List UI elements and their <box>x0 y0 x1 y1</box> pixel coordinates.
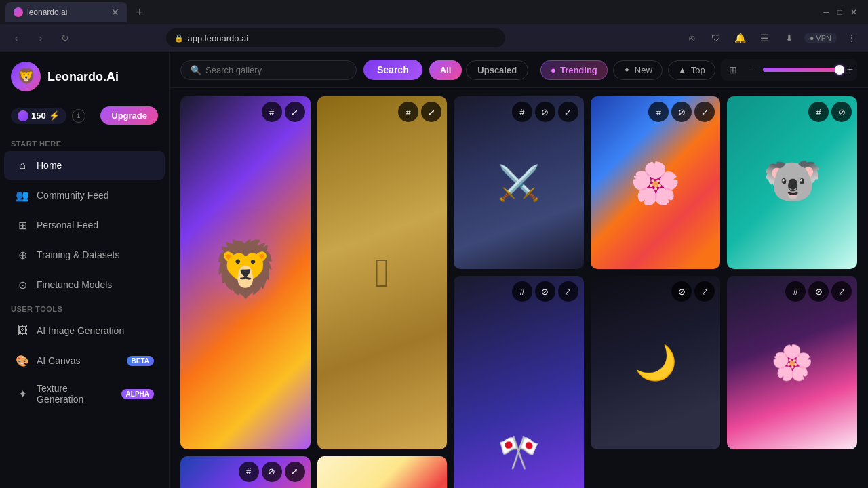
lock-icon: 🔒 <box>174 34 184 43</box>
browser-chrome: leonardo.ai ✕ + ─□✕ ‹ › ↻ 🔒 app.leonardo… <box>0 0 868 52</box>
sidebar-item-ai-image[interactable]: 🖼 AI Image Generation <box>4 317 165 345</box>
app-container: Leonardo.Ai 150 ⚡ ℹ Upgrade Start Here ⌂… <box>0 52 868 488</box>
remix-btn[interactable]: # <box>648 102 669 122</box>
remix-btn[interactable]: # <box>262 102 282 122</box>
active-tab[interactable]: leonardo.ai ✕ <box>5 2 127 22</box>
sidebar-toggle[interactable]: ☰ <box>755 28 774 47</box>
sidebar-item-ai-canvas[interactable]: 🎨 AI Canvas BETA <box>4 346 165 375</box>
token-number: 150 <box>31 110 46 121</box>
token-info-btn[interactable]: ℹ <box>72 109 85 123</box>
home-icon: ⌂ <box>15 158 30 173</box>
top-button[interactable]: ▲ Top <box>668 60 715 80</box>
filter-upscaled-btn[interactable]: Upscaled <box>466 60 528 80</box>
remix-btn[interactable]: # <box>785 281 806 302</box>
finetuned-icon: ⊙ <box>15 277 30 292</box>
training-icon: ⊕ <box>15 247 30 262</box>
gallery-item-koala[interactable]: # ⊘ <box>727 96 857 269</box>
grid-view-btn[interactable]: ⊞ <box>725 62 741 78</box>
search-button[interactable]: Search <box>363 60 422 80</box>
share-btn[interactable]: ⎋ <box>682 28 701 47</box>
logo-avatar <box>11 62 41 92</box>
edit-btn[interactable]: ⊘ <box>535 281 555 302</box>
tab-favicon <box>14 7 23 17</box>
main-content: 🔍 Search All Upscaled ● Trending ✦ New ▲ <box>170 52 868 488</box>
gallery-overlay: # ⤢ <box>262 102 305 122</box>
gallery-overlay: # ⤢ <box>398 102 441 122</box>
gallery-item-pink-girl[interactable]: # ⊘ ⤢ <box>727 276 857 449</box>
expand-btn[interactable]: ⤢ <box>694 281 715 302</box>
remix-btn[interactable]: # <box>808 102 829 122</box>
new-button[interactable]: ✦ New <box>613 60 663 80</box>
expand-btn[interactable]: ⤢ <box>285 462 305 482</box>
community-feed-label: Community Feed <box>37 190 109 201</box>
expand-btn[interactable]: ⤢ <box>831 281 852 302</box>
back-btn[interactable]: ‹ <box>7 28 26 47</box>
finetuned-label: Finetuned Models <box>37 279 112 290</box>
gallery-item-floral-pattern[interactable] <box>317 456 448 488</box>
edit-btn[interactable]: ⊘ <box>831 102 852 122</box>
gallery-scroll[interactable]: # ⤢ # ⤢ # ⊘ <box>170 88 868 488</box>
expand-btn[interactable]: ⤢ <box>421 102 441 122</box>
trending-button[interactable]: ● Trending <box>540 60 608 80</box>
sidebar-home-label: Home <box>37 160 62 171</box>
top-label: Top <box>691 65 705 75</box>
gallery-item-lion[interactable]: # ⤢ <box>180 96 311 449</box>
search-box[interactable]: 🔍 <box>180 60 357 80</box>
menu-btn[interactable]: ⋮ <box>842 28 861 47</box>
sidebar-item-community-feed[interactable]: 👥 Community Feed <box>4 181 165 209</box>
user-tools-label: User Tools <box>0 300 169 316</box>
zoom-out-btn[interactable]: − <box>744 62 760 78</box>
toolbar: 🔍 Search All Upscaled ● Trending ✦ New ▲ <box>170 52 868 88</box>
sidebar: Leonardo.Ai 150 ⚡ ℹ Upgrade Start Here ⌂… <box>0 52 170 488</box>
community-icon: 👥 <box>15 188 30 203</box>
address-bar[interactable]: 🔒 app.leonardo.ai <box>166 28 505 47</box>
vpn-badge: ● VPN <box>804 33 837 43</box>
grid-controls: ⊞ − + <box>721 59 857 81</box>
top-icon: ▲ <box>678 65 687 75</box>
remix-btn[interactable]: # <box>512 281 532 302</box>
gallery-item-flowers[interactable]: # ⊘ ⤢ <box>591 96 721 269</box>
filter-all-btn[interactable]: All <box>429 60 462 80</box>
expand-btn[interactable]: ⤢ <box>558 102 578 122</box>
tab-close-btn[interactable]: ✕ <box>111 7 119 18</box>
gallery-overlay: # ⊘ ⤢ <box>785 281 852 302</box>
remix-btn[interactable]: # <box>239 462 259 482</box>
alert-btn[interactable]: 🔔 <box>731 28 750 47</box>
remix-btn[interactable]: # <box>398 102 418 122</box>
edit-btn[interactable]: ⊘ <box>671 281 692 302</box>
gallery-item-anime-girl[interactable]: # ⊘ ⤢ <box>454 276 584 488</box>
expand-btn[interactable]: ⤢ <box>285 102 305 122</box>
refresh-btn[interactable]: ↻ <box>56 28 75 47</box>
expand-btn[interactable]: ⤢ <box>694 102 715 122</box>
sidebar-item-training[interactable]: ⊕ Training & Datasets <box>4 241 165 269</box>
sidebar-item-personal-feed[interactable]: ⊞ Personal Feed <box>4 211 165 239</box>
search-input[interactable] <box>205 65 347 75</box>
token-count: 150 ⚡ <box>11 108 66 124</box>
gallery-item-dark-woman[interactable]: ⊘ ⤢ <box>591 276 721 449</box>
sidebar-item-home[interactable]: ⌂ Home <box>4 151 165 180</box>
texture-icon: ✦ <box>15 386 30 401</box>
gallery-grid: # ⤢ # ⤢ # ⊘ <box>180 96 857 488</box>
forward-btn[interactable]: › <box>31 28 50 47</box>
gallery-item-warrior[interactable]: # ⊘ ⤢ <box>454 96 584 269</box>
gallery-item-hieroglyph[interactable]: # ⤢ <box>317 96 448 449</box>
sidebar-item-texture[interactable]: ✦ Texture Generation ALPHA <box>4 376 165 411</box>
window-controls: ─□✕ <box>823 7 863 17</box>
logo-area: Leonardo.Ai <box>0 52 169 101</box>
remix-btn[interactable]: # <box>512 102 532 122</box>
edit-btn[interactable]: ⊘ <box>808 281 829 302</box>
expand-btn[interactable]: ⤢ <box>558 281 578 302</box>
downloads-btn[interactable]: ⬇ <box>780 28 799 47</box>
gallery-item-colorful-woman[interactable]: # ⊘ ⤢ <box>180 456 311 488</box>
edit-btn[interactable]: ⊘ <box>671 102 692 122</box>
edit-btn[interactable]: ⊘ <box>262 462 282 482</box>
url-text: app.leonardo.ai <box>188 33 249 43</box>
shield-btn[interactable]: 🛡 <box>707 28 726 47</box>
zoom-in-btn[interactable]: + <box>847 64 853 76</box>
upgrade-button[interactable]: Upgrade <box>100 106 158 125</box>
edit-btn[interactable]: ⊘ <box>535 102 555 122</box>
zoom-thumb <box>835 65 844 75</box>
new-tab-btn[interactable]: + <box>130 3 149 22</box>
sidebar-item-finetuned[interactable]: ⊙ Finetuned Models <box>4 270 165 299</box>
zoom-slider[interactable] <box>763 68 844 72</box>
